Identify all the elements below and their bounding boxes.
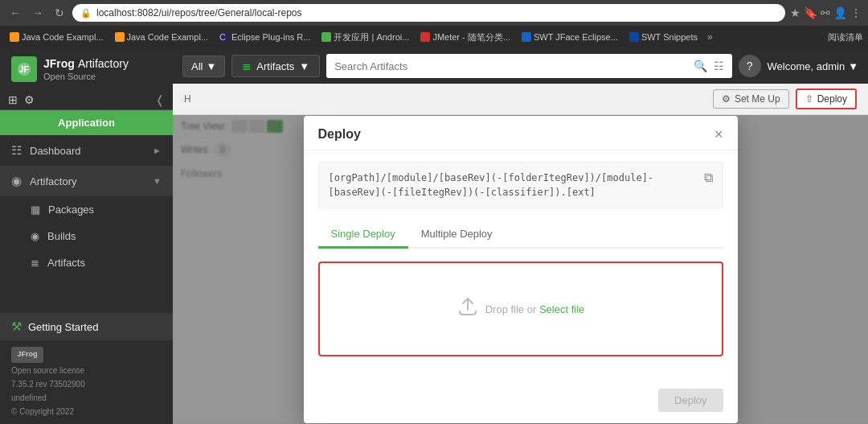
drop-or: or (527, 303, 537, 315)
builds-icon: ◉ (31, 230, 39, 242)
bookmark-dev-icon (321, 32, 331, 42)
extension-icon[interactable]: ⚯ (821, 6, 830, 19)
sidebar-item-artifacts[interactable]: ≣ Artifacts (0, 249, 173, 276)
search-bar: 🔍 ☷ (326, 54, 731, 78)
filter-icon[interactable]: ☷ (714, 60, 724, 72)
sidebar-footer: JFrog Open source license 7.35.2 rev 735… (0, 340, 173, 424)
collapse-button[interactable]: ❬ (155, 93, 165, 106)
dashboard-arrow: ► (153, 146, 162, 155)
search-input[interactable] (334, 60, 686, 72)
bookmark-dev-label: 开发应用 | Androi... (334, 31, 409, 43)
brand-text: JFrog Artifactory Open Source (43, 57, 129, 81)
sidebar-item-artifactory[interactable]: ◉ Artifactory ▼ (0, 166, 173, 196)
sidebar: JF JFrog Artifactory Open Source ⊞ ⚙ ❬ A… (0, 48, 173, 424)
deploy-tabs: Single Deploy Multiple Deploy (318, 221, 723, 249)
sidebar-item-dashboard[interactable]: ☷ Dashboard ► (0, 135, 173, 166)
modal-footer: Deploy (304, 381, 738, 423)
bookmark-java2[interactable]: Java Code Exampl... (110, 31, 214, 43)
drop-zone[interactable]: Drop file or Select file (318, 261, 723, 356)
set-me-up-button[interactable]: ⚙ Set Me Up (713, 89, 789, 109)
dashboard-icon: ☷ (11, 143, 22, 158)
modal-deploy-button[interactable]: Deploy (658, 389, 723, 412)
app-container: JF JFrog Artifactory Open Source ⊞ ⚙ ❬ A… (0, 48, 868, 424)
modal-deploy-label: Deploy (674, 394, 706, 406)
footer-version: 7.35.2 rev 73502900 (11, 378, 162, 390)
sidebar-section-header: Application (0, 110, 173, 135)
bookmark-swts-icon (629, 32, 639, 42)
bookmark-swts[interactable]: SWT Snippets (624, 31, 702, 43)
sidebar-toolbar: ⊞ ⚙ ❬ (0, 90, 173, 110)
breadcrumb: H (184, 93, 191, 105)
modal-header: Deploy × (304, 116, 738, 150)
copy-button[interactable]: ⧉ (704, 171, 713, 185)
bookmark-dev[interactable]: 开发应用 | Androi... (317, 30, 414, 45)
artifactory-nav-icon: ◉ (11, 174, 22, 188)
lock-icon: 🔒 (80, 8, 92, 19)
bookmark-java1[interactable]: Java Code Exampl... (5, 31, 108, 43)
menu-icon[interactable]: ⋮ (850, 6, 862, 19)
sidebar-sub-packages-label: Packages (48, 204, 94, 216)
bookmark-java2-icon (115, 32, 125, 42)
bookmark-jmeter-icon (420, 32, 430, 42)
all-dropdown[interactable]: All ▼ (182, 56, 225, 77)
sidebar-nav-artifactory-label: Artifactory (30, 175, 77, 187)
all-label: All (191, 60, 203, 72)
refresh-button[interactable]: ↻ (51, 5, 68, 21)
bookmark-icon[interactable]: 🔖 (804, 6, 817, 19)
tab-single-deploy[interactable]: Single Deploy (318, 221, 408, 249)
artifacts-nav-btn[interactable]: ≣ Artifacts ▼ (231, 55, 320, 77)
bookmark-jmeter[interactable]: JMeter - 随笔分类... (416, 30, 515, 45)
bookmark-eclipse-label: Eclipse Plug-ins R... (231, 32, 310, 42)
getting-started-icon: ⚒ (11, 319, 22, 334)
content-header: H ⚙ Set Me Up ⇧ Deploy (173, 84, 868, 115)
artifact-path-text: [orgPath]/[module]/[baseRev](-[folderIte… (329, 171, 698, 200)
sidebar-item-packages[interactable]: ▦ Packages (0, 196, 173, 223)
artifacts-nav-label: Artifacts (256, 60, 294, 72)
help-icon: ? (747, 60, 753, 72)
sidebar-nav: ☷ Dashboard ► ◉ Artifactory ▼ ▦ Packages… (0, 135, 173, 313)
browser-actions: ★ 🔖 ⚯ 👤 ⋮ (790, 6, 862, 19)
bookmark-eclipse[interactable]: C Eclipse Plug-ins R... (215, 31, 315, 43)
bookmark-swt-icon (522, 32, 531, 42)
gear-icon[interactable]: ⚙ (24, 93, 35, 106)
modal-body: [orgPath]/[module]/[baseRev](-[folderIte… (304, 150, 738, 381)
deploy-icon: ⇧ (805, 93, 813, 105)
admin-chevron-icon: ▼ (848, 60, 858, 72)
sidebar-item-builds[interactable]: ◉ Builds (0, 223, 173, 249)
close-icon: × (714, 126, 723, 142)
all-chevron-icon: ▼ (206, 60, 216, 72)
getting-started-section[interactable]: ⚒ Getting Started (0, 313, 173, 340)
jfrog-logo-icon: JF (16, 61, 32, 77)
deploy-button[interactable]: ⇧ Deploy (796, 89, 857, 109)
star-icon[interactable]: ★ (790, 6, 800, 19)
forward-button[interactable]: → (29, 5, 47, 21)
artifactory-arrow: ▼ (153, 176, 162, 186)
footer-branch: undefined (11, 392, 162, 404)
reading-list[interactable]: 阅读清单 (828, 31, 863, 43)
deploy-btn-label: Deploy (817, 93, 847, 105)
bookmark-jmeter-label: JMeter - 随笔分类... (432, 31, 510, 43)
svg-text:JF: JF (19, 65, 29, 74)
tab-multiple-deploy[interactable]: Multiple Deploy (408, 221, 506, 249)
help-button[interactable]: ? (739, 55, 761, 77)
bookmarks-more[interactable]: » (704, 30, 716, 44)
url-bar[interactable]: 🔒 localhost:8082/ui/repos/tree/General/l… (72, 4, 785, 22)
header-actions: ⚙ Set Me Up ⇧ Deploy (713, 89, 857, 109)
section-label: Application (58, 117, 115, 129)
welcome-admin[interactable]: Welcome, admin ▼ (768, 60, 858, 72)
profile-icon[interactable]: 👤 (833, 6, 847, 19)
jfrog-label: JFrog (43, 57, 75, 70)
bookmark-eclipse-icon: C (219, 32, 229, 42)
bookmark-swts-label: SWT Snippets (641, 32, 698, 42)
modal-overlay: Deploy × [orgPath]/[module]/[baseRev](-[… (173, 115, 868, 424)
copy-icon: ⧉ (704, 171, 713, 184)
modal-close-button[interactable]: × (714, 127, 723, 142)
deploy-modal: Deploy × [orgPath]/[module]/[baseRev](-[… (304, 116, 738, 423)
bookmark-swt[interactable]: SWT JFace Eclipse... (517, 31, 623, 43)
search-icon: 🔍 (694, 60, 707, 72)
back-button[interactable]: ← (6, 5, 24, 21)
drop-text: Drop file or Select file (485, 303, 585, 315)
browser-chrome: ← → ↻ 🔒 localhost:8082/ui/repos/tree/Gen… (0, 0, 868, 26)
grid-icon[interactable]: ⊞ (8, 93, 18, 106)
select-file-link[interactable]: Select file (539, 303, 584, 315)
